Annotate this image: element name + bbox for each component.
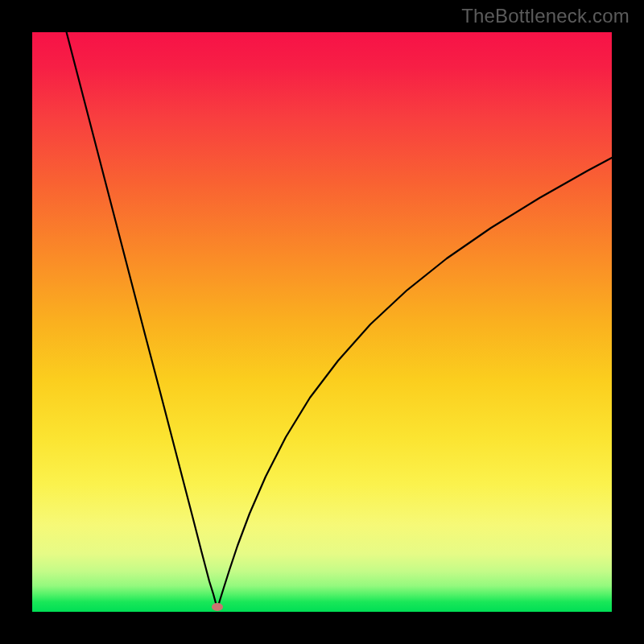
curve-svg — [32, 32, 612, 612]
bottleneck-curve — [64, 32, 612, 609]
plot-area — [32, 32, 612, 612]
watermark-text: TheBottleneck.com — [461, 5, 630, 27]
minimum-marker — [212, 603, 223, 611]
